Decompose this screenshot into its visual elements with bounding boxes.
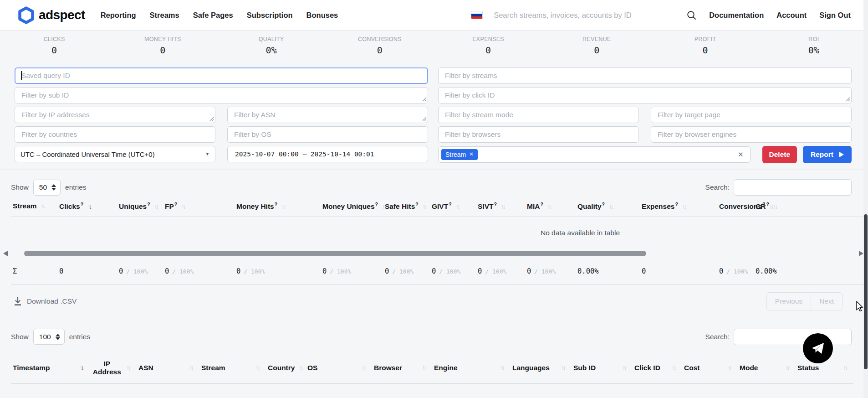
page-size-select[interactable]: 100 [33,329,65,345]
timezone-select[interactable]: UTC – Coordinated Universal Time (UTC+0)… [15,146,215,162]
sort-icon: ↑↓ [500,364,505,371]
language-flag-ru-icon[interactable] [471,11,483,19]
clicks-column-header[interactable]: OS↑↓ [306,352,372,384]
filter-browser-engines-input[interactable] [651,126,852,143]
stat: ROI 0% [760,36,868,64]
report-column-header[interactable]: Clicks?↑↓ [57,196,117,217]
nav-item[interactable]: Bonuses [306,11,338,20]
nav-item[interactable]: Documentation [709,11,764,20]
global-search-input[interactable] [494,11,679,20]
saved-query-input[interactable] [15,67,428,84]
next-page-button[interactable]: Next [811,292,842,310]
clear-selection-icon[interactable]: ✕ [738,150,744,159]
report-column-header[interactable]: Expenses?↑↓ [640,196,717,217]
clicks-column-header[interactable]: Languages↑↓ [511,352,572,384]
sort-icon: ↑↓ [189,364,194,371]
report-column-header[interactable]: GIVT?↑↓ [430,196,476,217]
filter-browsers-input[interactable] [438,126,639,143]
report-column-header[interactable]: Money Uniques?↑↓ [321,196,383,217]
stat-value: 0% [266,45,277,56]
telegram-icon [810,341,826,355]
clicks-column-header[interactable]: ASN↑↓ [137,352,199,384]
report-column-header[interactable]: Stream?↑↓ [11,196,57,217]
sort-icon: ↑↓ [786,364,791,371]
nav-item[interactable]: Safe Pages [193,11,233,20]
report-column-header[interactable]: Conversions?↑↓ [717,196,754,217]
brand-logo[interactable]: adspect [18,6,85,24]
clicks-column-header[interactable]: Click ID↑↓ [633,352,682,384]
delete-button[interactable]: Delete [762,146,797,163]
totals-cell: 0/ 100% [163,258,235,284]
horizontal-scrollbar [0,249,868,258]
filter-stream-mode-input[interactable] [438,107,639,123]
clicks-column-header[interactable]: Engine↑↓ [432,352,511,384]
scroll-left-arrow-icon[interactable] [3,251,8,256]
clicks-table-search-input[interactable] [734,329,852,345]
report-column-header[interactable]: SIVT?↑↓ [476,196,525,217]
group-by-multiselect[interactable]: Stream ✕ ✕ [438,146,751,163]
scroll-right-arrow-icon[interactable] [859,251,863,256]
nav-item[interactable]: Reporting [101,11,136,20]
vertical-scrollbar-thumb[interactable] [864,214,868,369]
stat: PROFIT 0 [651,36,760,64]
help-mark: ? [81,202,83,207]
page-size-select[interactable]: 50 [33,180,61,196]
filter-asn-input[interactable] [227,107,428,123]
clicks-table-toolbar: Show 100 entries Search: [11,329,852,345]
filter-ip-input[interactable] [15,107,215,123]
horizontal-scrollbar-thumb[interactable] [24,251,646,256]
clicks-column-header[interactable]: Mode↑↓ [738,352,796,384]
report-table-container: Stream?↑↓ Clicks?↑↓ Uniques?↑↓ FP?↑↓ Mon… [11,196,868,249]
column-label: SIVT [478,202,493,210]
nav-item[interactable]: Streams [150,11,179,20]
clicks-column-header[interactable]: IP Address↑↓ [90,352,137,384]
previous-page-button[interactable]: Previous [766,292,811,310]
filter-target-page-input[interactable] [651,107,852,123]
nav-item[interactable]: Account [776,11,807,20]
filter-os-input[interactable] [227,126,428,143]
report-column-header[interactable]: CR?↑↓ [754,196,868,217]
totals-cell: 0/ 100% [383,258,430,284]
report-column-header[interactable]: Money Hits?↑↓ [235,196,321,217]
report-table-search-input[interactable] [734,179,852,196]
report-column-header[interactable]: MIA?↑↓ [525,196,576,217]
totals-cell: 0/ 100% [235,258,321,284]
clicks-column-header[interactable]: Sub ID↑↓ [572,352,633,384]
report-column-header[interactable]: FP?↑↓ [163,196,235,217]
top-nav: adspect ReportingStreamsSafe PagesSubscr… [0,0,868,31]
show-label: Show [11,183,29,191]
date-range-input[interactable] [227,146,428,162]
report-column-header[interactable]: Quality?↑↓ [576,196,640,217]
clicks-column-header[interactable]: Timestamp↑↓ [11,352,90,384]
filter-streams-input[interactable] [438,67,852,84]
search-icon[interactable] [687,10,696,20]
sort-icon: ↑↓ [728,364,733,371]
nav-item[interactable]: Subscription [247,11,293,20]
filter-click-id-input[interactable] [438,87,852,103]
pagination: Previous Next [766,292,842,310]
telegram-button[interactable] [803,333,833,363]
chip-close-icon[interactable]: ✕ [469,152,474,157]
stat-label: QUALITY [259,36,284,42]
help-mark: ? [174,202,177,207]
clicks-column-header[interactable]: Stream↑↓ [199,352,266,384]
column-label: Engine [434,364,458,372]
sort-icon: ↑↓ [623,364,628,371]
nav-item[interactable]: Sign Out [819,11,851,20]
column-label: OS [307,364,317,372]
spinner-arrows-icon [51,184,56,191]
clicks-column-header[interactable]: Browser↑↓ [372,352,432,384]
sort-icon: ↑↓ [256,364,261,371]
filter-sub-id-input[interactable] [15,87,428,103]
filter-countries-input[interactable] [15,126,215,143]
download-csv-link[interactable]: Download .CSV [14,297,77,306]
report-column-header[interactable]: Safe Hits?↑↓ [383,196,430,217]
clicks-column-header[interactable]: Country↑↓ [266,352,306,384]
sort-icon: ↑↓ [281,203,286,210]
report-button[interactable]: Report [803,146,852,163]
column-label: Money Uniques [322,202,375,210]
clicks-column-header[interactable]: Cost↑↓ [682,352,738,384]
help-mark: ? [675,202,678,207]
totals-cell: 0.00% [576,258,640,284]
report-column-header[interactable]: Uniques?↑↓ [117,196,163,217]
